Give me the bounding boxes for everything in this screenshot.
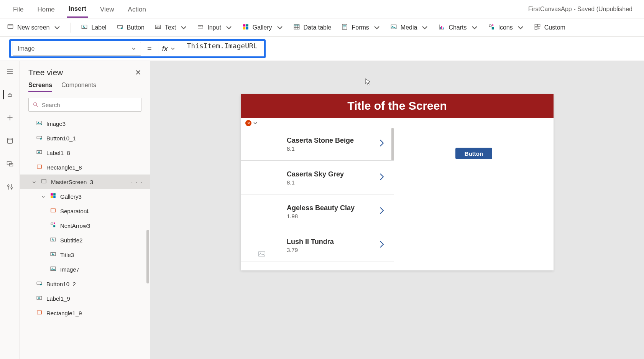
chevron-right-icon[interactable] xyxy=(379,206,384,216)
svg-rect-11 xyxy=(246,27,248,29)
tree-node-label: Button10_2 xyxy=(46,281,76,287)
tree-node-gallery3[interactable]: Gallery3 xyxy=(20,189,150,204)
ribbon-label-text: Label xyxy=(91,24,106,31)
label-icon xyxy=(36,149,43,156)
ribbon-button-text: Button xyxy=(127,24,145,31)
expander-icon[interactable] xyxy=(31,179,37,185)
formula-input[interactable]: ThisItem.ImageURL xyxy=(183,42,261,56)
tree-view-icon[interactable] xyxy=(3,90,12,99)
tree-node-image3[interactable]: Image3 xyxy=(20,116,150,131)
tree-node-separator4[interactable]: Separator4 xyxy=(20,204,150,218)
ribbon-input[interactable]: Input xyxy=(197,23,232,32)
top-menu: File Home Insert View Action FirstCanvas… xyxy=(0,0,644,18)
tab-screens[interactable]: Screens xyxy=(28,82,52,92)
rect-icon xyxy=(50,207,56,215)
broken-image-icon xyxy=(248,234,275,257)
chevron-down-icon xyxy=(471,24,478,31)
ribbon-charts[interactable]: Charts xyxy=(438,23,478,32)
screen-icon xyxy=(7,23,14,32)
tree-node-button10_1[interactable]: Button10_1 xyxy=(20,131,150,145)
gallery-control[interactable]: Caserta Stone Beige8.1Caserta Sky Grey8.… xyxy=(241,118,394,270)
ribbon-media[interactable]: Media xyxy=(390,23,429,32)
svg-rect-36 xyxy=(37,165,41,168)
chevron-down-icon xyxy=(373,24,380,31)
ribbon-forms-label: Forms xyxy=(352,24,369,31)
chevron-right-icon[interactable] xyxy=(379,139,384,149)
tree-search[interactable] xyxy=(28,98,141,112)
tree-node-title3[interactable]: Title3 xyxy=(20,247,150,262)
label-icon xyxy=(36,295,43,302)
fx-button[interactable]: fx xyxy=(158,42,179,56)
ribbon: New screen Label Button Abc Text Input G… xyxy=(0,18,644,37)
canvas: Title of the Screen ✕ Caserta Stone Beig… xyxy=(150,61,644,359)
ribbon-gallery[interactable]: Gallery xyxy=(242,23,283,32)
ribbon-forms[interactable]: Forms xyxy=(341,23,380,32)
menu-insert[interactable]: Insert xyxy=(67,0,88,18)
search-icon xyxy=(33,102,39,108)
svg-point-29 xyxy=(11,187,12,188)
tree-node-nextarrow3[interactable]: NextArrow3 xyxy=(20,218,150,233)
ribbon-custom[interactable]: Custom xyxy=(534,23,565,32)
canvas-button[interactable]: Button xyxy=(455,148,492,159)
menu-action[interactable]: Action xyxy=(127,1,148,17)
svg-rect-39 xyxy=(53,193,56,196)
chevron-right-icon[interactable] xyxy=(379,173,384,183)
tree-node-subtitle2[interactable]: Subtitle2 xyxy=(20,233,150,247)
tree-node-label: NextArrow3 xyxy=(60,222,90,229)
menu-view[interactable]: View xyxy=(99,1,116,17)
ribbon-gallery-label: Gallery xyxy=(253,24,272,31)
tree-node-label1_8[interactable]: Label1_8 xyxy=(20,145,150,160)
ribbon-new-screen[interactable]: New screen xyxy=(7,23,61,32)
hamburger-icon[interactable] xyxy=(5,67,15,76)
mouse-cursor-icon xyxy=(365,78,371,86)
ribbon-label[interactable]: Label xyxy=(81,23,106,32)
gallery-item-title: Caserta Sky Grey xyxy=(287,170,344,178)
screen-icon xyxy=(41,178,47,186)
input-icon xyxy=(197,23,204,32)
media-panel-icon[interactable] xyxy=(5,159,15,168)
gallery-item-subtitle: 8.1 xyxy=(287,145,354,152)
ribbon-icons[interactable]: Icons xyxy=(488,23,524,32)
label-icon xyxy=(81,23,88,32)
tree-node-label1_9[interactable]: Label1_9 xyxy=(20,291,150,306)
more-icon[interactable]: · · · xyxy=(131,179,143,185)
property-selector[interactable]: Image xyxy=(13,42,141,56)
svg-point-7 xyxy=(202,26,203,27)
form-icon xyxy=(341,23,348,32)
ribbon-button[interactable]: Button xyxy=(117,23,145,32)
tools-icon[interactable] xyxy=(5,182,15,191)
tree-node-label: MasterScreen_3 xyxy=(51,179,93,185)
tree-node-image7[interactable]: Image7 xyxy=(20,262,150,277)
tree-node-button10_2[interactable]: Button10_2 xyxy=(20,277,150,291)
ribbon-data-table[interactable]: Data table xyxy=(293,23,332,32)
data-icon[interactable] xyxy=(5,136,15,145)
tree-node-label: Label1_8 xyxy=(46,150,70,156)
tree-node-rectangle1_8[interactable]: Rectangle1_8 xyxy=(20,160,150,175)
svg-rect-13 xyxy=(294,25,299,26)
gallery-item[interactable]: Caserta Stone Beige8.1 xyxy=(241,127,394,161)
close-icon[interactable]: ✕ xyxy=(135,68,141,77)
tree-search-input[interactable] xyxy=(42,102,137,108)
tree-node-masterscreen_3[interactable]: MasterScreen_3· · · xyxy=(20,175,150,189)
gallery-item[interactable]: Ageless Beauty Clay1.98 xyxy=(241,194,394,228)
add-icon[interactable] xyxy=(5,113,15,122)
label-icon xyxy=(50,236,56,244)
gallery-item[interactable]: Lush II Tundra3.79 xyxy=(241,228,394,262)
svg-point-50 xyxy=(40,284,42,285)
tree-node-label: Separator4 xyxy=(60,208,89,214)
menu-home[interactable]: Home xyxy=(36,1,56,17)
gallery-item[interactable]: Caserta Sky Grey8.1 xyxy=(241,161,394,194)
menu-file[interactable]: File xyxy=(12,1,25,17)
chevron-down-icon xyxy=(517,24,524,31)
expander-icon[interactable] xyxy=(41,193,46,200)
tree-node-rectangle1_9[interactable]: Rectangle1_9 xyxy=(20,306,150,320)
tab-components[interactable]: Components xyxy=(61,82,96,92)
gallery-item-subtitle: 1.98 xyxy=(287,213,355,219)
ribbon-text[interactable]: Abc Text xyxy=(154,23,187,32)
custom-icon xyxy=(534,23,541,32)
svg-point-25 xyxy=(7,138,12,140)
svg-rect-41 xyxy=(53,196,56,198)
chevron-right-icon[interactable] xyxy=(379,240,384,250)
svg-rect-53 xyxy=(259,252,265,256)
media-icon xyxy=(390,23,397,32)
